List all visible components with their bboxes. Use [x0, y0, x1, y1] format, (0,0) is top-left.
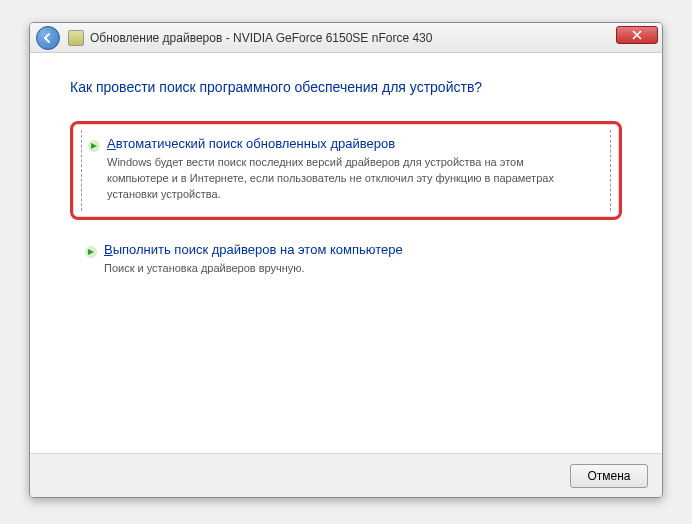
mnemonic: В: [104, 242, 113, 257]
device-icon: [68, 30, 84, 46]
arrow-icon: [84, 245, 98, 259]
option-title: Автоматический поиск обновленных драйвер…: [107, 136, 605, 151]
option-title-text: ыполнить поиск драйверов на этом компьют…: [113, 242, 403, 257]
dialog-footer: Отмена: [30, 453, 662, 497]
cancel-button[interactable]: Отмена: [570, 464, 648, 488]
option-title: Выполнить поиск драйверов на этом компью…: [104, 242, 608, 257]
window-title: Обновление драйверов - NVIDIA GeForce 61…: [90, 31, 432, 45]
option-auto-search[interactable]: Автоматический поиск обновленных драйвер…: [70, 121, 622, 220]
mnemonic: А: [107, 136, 116, 151]
arrow-icon: [87, 139, 101, 153]
dialog-window: Обновление драйверов - NVIDIA GeForce 61…: [29, 22, 663, 498]
content-area: Как провести поиск программного обеспече…: [30, 53, 662, 453]
titlebar: Обновление драйверов - NVIDIA GeForce 61…: [30, 23, 662, 53]
option-description: Поиск и установка драйверов вручную.: [104, 261, 584, 277]
page-heading: Как провести поиск программного обеспече…: [70, 79, 622, 95]
back-arrow-icon: [42, 32, 54, 44]
option-manual-search[interactable]: Выполнить поиск драйверов на этом компью…: [70, 230, 622, 291]
close-button[interactable]: [616, 26, 658, 44]
option-title-text: втоматический поиск обновленных драйверо…: [116, 136, 395, 151]
back-button[interactable]: [36, 26, 60, 50]
close-icon: [632, 30, 642, 40]
option-description: Windows будет вести поиск последних верс…: [107, 155, 587, 203]
